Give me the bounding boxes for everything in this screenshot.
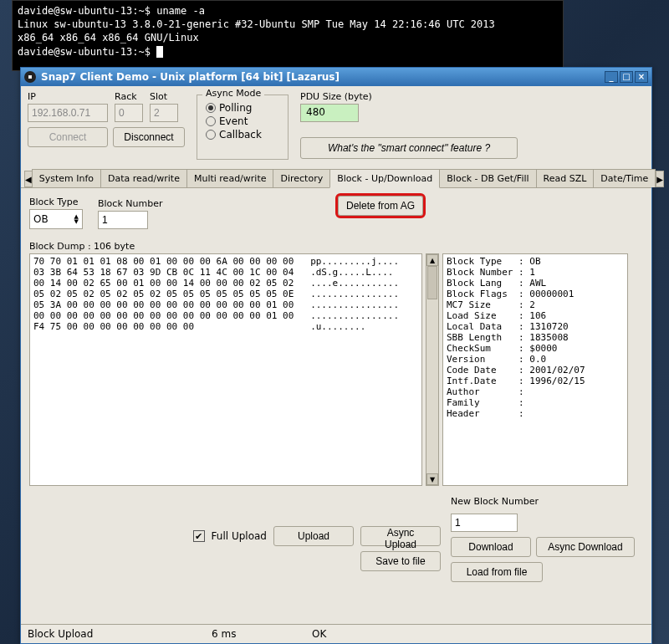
terminal-cmd: uname -a (156, 5, 205, 17)
slot-label: Slot (150, 91, 178, 102)
smart-connect-button[interactable]: What's the "smart connect" feature ? (300, 137, 518, 159)
scroll-down-icon[interactable]: ▼ (426, 473, 438, 485)
pdu-label: PDU Size (byte) (300, 91, 518, 102)
tab-data-rw[interactable]: Data read/write (100, 169, 187, 187)
disconnect-button[interactable]: Disconnect (113, 127, 185, 147)
rack-label: Rack (115, 91, 143, 102)
terminal-prompt: davide@sw-ubuntu-13:~$ (18, 46, 156, 58)
spinner-icon: ▲▼ (74, 214, 79, 224)
maximize-button[interactable]: □ (620, 71, 633, 83)
app-icon (24, 71, 36, 83)
tab-multi-rw[interactable]: Multi read/write (186, 169, 274, 187)
window-title: Snap7 Client Demo - Unix platform [64 bi… (41, 71, 340, 83)
block-info-box: Block Type : OB Block Number : 1 Block L… (442, 253, 628, 486)
block-type-select[interactable]: OB ▲▼ (29, 209, 83, 229)
upload-button[interactable]: Upload (273, 526, 354, 546)
rack-field (115, 104, 143, 122)
block-dump-label: Block Dump : 106 byte (29, 241, 643, 252)
pdu-value: 480 (300, 104, 359, 122)
tab-content: Block Type OB ▲▼ Block Number Delete fro… (21, 188, 651, 624)
async-upload-button[interactable]: Async Upload (360, 526, 441, 546)
save-to-file-button[interactable]: Save to file (360, 551, 441, 571)
terminal-output: x86_64 x86_64 x86_64 GNU/Linux (18, 32, 199, 43)
async-title: Async Mode (202, 88, 264, 99)
scroll-thumb[interactable] (427, 266, 437, 299)
terminal-prompt: davide@sw-ubuntu-13:~$ (18, 5, 156, 17)
terminal-output: Linux sw-ubuntu-13 3.8.0-21-generic #32-… (18, 18, 495, 30)
radio-dot-icon (206, 130, 216, 140)
terminal-cursor (156, 46, 163, 58)
tab-block-db[interactable]: Block - DB Get/Fill (439, 169, 536, 187)
close-button[interactable]: × (635, 71, 648, 83)
radio-dot-icon (206, 116, 216, 126)
radio-polling[interactable]: Polling (206, 102, 279, 114)
ip-field (28, 104, 108, 122)
new-block-number-label: New Block Number (451, 496, 643, 507)
status-bar: Block Upload 6 ms OK (21, 624, 651, 643)
async-mode-group: Async Mode Polling Event Callback (197, 95, 289, 160)
block-type-value: OB (33, 213, 49, 225)
load-from-file-button[interactable]: Load from file (451, 562, 543, 582)
full-upload-checkbox[interactable]: ✔ (193, 530, 205, 542)
tab-scroll-right[interactable]: ▶ (656, 171, 664, 187)
connect-button: Connect (28, 127, 108, 147)
radio-dot-icon (206, 103, 216, 113)
app-window: Snap7 Client Demo - Unix platform [64 bi… (20, 67, 652, 644)
block-dump-box[interactable]: 70 70 01 01 01 08 00 01 00 00 00 6A 00 0… (29, 253, 422, 486)
ip-label: IP (28, 91, 108, 102)
radio-callback[interactable]: Callback (206, 129, 279, 141)
tab-strip: ◀ System Info Data read/write Multi read… (21, 168, 651, 188)
block-number-field[interactable] (98, 211, 148, 229)
radio-event[interactable]: Event (206, 115, 279, 127)
minimize-button[interactable]: _ (605, 71, 618, 83)
block-number-label: Block Number (98, 198, 162, 209)
slot-field (150, 104, 178, 122)
new-block-number-field[interactable] (451, 514, 518, 532)
status-result: OK (312, 628, 326, 640)
tab-read-szl[interactable]: Read SZL (536, 169, 595, 187)
block-type-label: Block Type (29, 197, 83, 207)
titlebar[interactable]: Snap7 Client Demo - Unix platform [64 bi… (21, 68, 651, 86)
tab-system-info[interactable]: System Info (32, 169, 101, 187)
full-upload-label: Full Upload (212, 530, 267, 542)
tab-directory[interactable]: Directory (273, 169, 330, 187)
scroll-up-icon[interactable]: ▲ (426, 254, 438, 266)
tab-block-updown[interactable]: Block - Up/Download (329, 169, 440, 188)
status-time: 6 ms (212, 628, 278, 640)
terminal-window: davide@sw-ubuntu-13:~$ uname -a Linux sw… (12, 0, 564, 71)
tab-datetime[interactable]: Date/Time (593, 169, 656, 187)
download-button[interactable]: Download (451, 537, 531, 557)
status-op: Block Upload (28, 628, 178, 640)
dump-scrollbar[interactable]: ▲ ▼ (426, 253, 439, 486)
async-download-button[interactable]: Async Download (536, 537, 635, 557)
delete-from-ag-button[interactable]: Delete from AG (335, 193, 426, 218)
